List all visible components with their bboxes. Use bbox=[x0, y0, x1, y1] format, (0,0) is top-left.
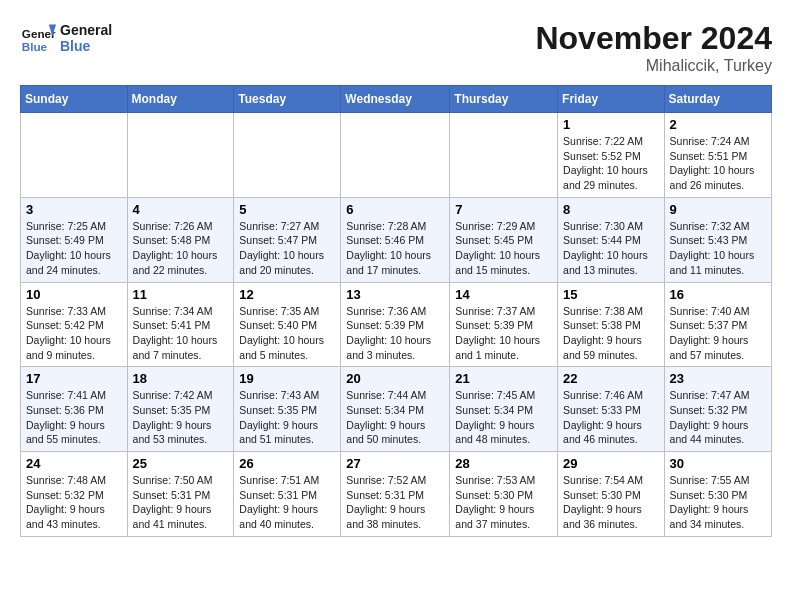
day-sunset: Sunset: 5:32 PM bbox=[26, 488, 122, 503]
calendar-day: 30 Sunrise: 7:55 AM Sunset: 5:30 PM Dayl… bbox=[664, 452, 771, 537]
day-daylight: Daylight: 9 hours and 41 minutes. bbox=[133, 502, 229, 531]
day-number: 19 bbox=[239, 371, 335, 386]
header-wednesday: Wednesday bbox=[341, 86, 450, 113]
day-daylight: Daylight: 10 hours and 22 minutes. bbox=[133, 248, 229, 277]
header-tuesday: Tuesday bbox=[234, 86, 341, 113]
day-daylight: Daylight: 9 hours and 57 minutes. bbox=[670, 333, 766, 362]
calendar-day bbox=[234, 113, 341, 198]
day-number: 28 bbox=[455, 456, 552, 471]
day-sunset: Sunset: 5:47 PM bbox=[239, 233, 335, 248]
calendar-day: 12 Sunrise: 7:35 AM Sunset: 5:40 PM Dayl… bbox=[234, 282, 341, 367]
day-number: 13 bbox=[346, 287, 444, 302]
day-sunset: Sunset: 5:33 PM bbox=[563, 403, 659, 418]
calendar-day: 22 Sunrise: 7:46 AM Sunset: 5:33 PM Dayl… bbox=[558, 367, 665, 452]
header-sunday: Sunday bbox=[21, 86, 128, 113]
day-sunset: Sunset: 5:44 PM bbox=[563, 233, 659, 248]
title-block: November 2024 Mihaliccik, Turkey bbox=[535, 20, 772, 75]
day-number: 24 bbox=[26, 456, 122, 471]
day-sunrise: Sunrise: 7:35 AM bbox=[239, 304, 335, 319]
calendar-day: 6 Sunrise: 7:28 AM Sunset: 5:46 PM Dayli… bbox=[341, 197, 450, 282]
day-number: 8 bbox=[563, 202, 659, 217]
logo: General Blue General Blue bbox=[20, 20, 112, 56]
day-daylight: Daylight: 9 hours and 48 minutes. bbox=[455, 418, 552, 447]
day-number: 23 bbox=[670, 371, 766, 386]
calendar-day bbox=[450, 113, 558, 198]
day-number: 17 bbox=[26, 371, 122, 386]
calendar-week-4: 17 Sunrise: 7:41 AM Sunset: 5:36 PM Dayl… bbox=[21, 367, 772, 452]
day-sunset: Sunset: 5:39 PM bbox=[346, 318, 444, 333]
day-sunrise: Sunrise: 7:43 AM bbox=[239, 388, 335, 403]
calendar-day: 29 Sunrise: 7:54 AM Sunset: 5:30 PM Dayl… bbox=[558, 452, 665, 537]
day-sunrise: Sunrise: 7:51 AM bbox=[239, 473, 335, 488]
calendar-week-3: 10 Sunrise: 7:33 AM Sunset: 5:42 PM Dayl… bbox=[21, 282, 772, 367]
day-sunrise: Sunrise: 7:44 AM bbox=[346, 388, 444, 403]
location: Mihaliccik, Turkey bbox=[535, 57, 772, 75]
day-daylight: Daylight: 9 hours and 55 minutes. bbox=[26, 418, 122, 447]
day-number: 1 bbox=[563, 117, 659, 132]
day-sunrise: Sunrise: 7:26 AM bbox=[133, 219, 229, 234]
calendar-day: 5 Sunrise: 7:27 AM Sunset: 5:47 PM Dayli… bbox=[234, 197, 341, 282]
calendar-day: 9 Sunrise: 7:32 AM Sunset: 5:43 PM Dayli… bbox=[664, 197, 771, 282]
day-sunset: Sunset: 5:42 PM bbox=[26, 318, 122, 333]
day-daylight: Daylight: 9 hours and 38 minutes. bbox=[346, 502, 444, 531]
day-sunrise: Sunrise: 7:45 AM bbox=[455, 388, 552, 403]
day-sunset: Sunset: 5:41 PM bbox=[133, 318, 229, 333]
logo-general-text: General bbox=[60, 22, 112, 38]
calendar-day: 7 Sunrise: 7:29 AM Sunset: 5:45 PM Dayli… bbox=[450, 197, 558, 282]
calendar-day: 23 Sunrise: 7:47 AM Sunset: 5:32 PM Dayl… bbox=[664, 367, 771, 452]
calendar-day: 18 Sunrise: 7:42 AM Sunset: 5:35 PM Dayl… bbox=[127, 367, 234, 452]
day-sunset: Sunset: 5:36 PM bbox=[26, 403, 122, 418]
day-sunset: Sunset: 5:32 PM bbox=[670, 403, 766, 418]
day-daylight: Daylight: 9 hours and 46 minutes. bbox=[563, 418, 659, 447]
day-number: 15 bbox=[563, 287, 659, 302]
day-number: 29 bbox=[563, 456, 659, 471]
day-sunrise: Sunrise: 7:33 AM bbox=[26, 304, 122, 319]
day-sunset: Sunset: 5:35 PM bbox=[133, 403, 229, 418]
day-sunrise: Sunrise: 7:50 AM bbox=[133, 473, 229, 488]
calendar-day: 26 Sunrise: 7:51 AM Sunset: 5:31 PM Dayl… bbox=[234, 452, 341, 537]
day-sunset: Sunset: 5:30 PM bbox=[670, 488, 766, 503]
calendar-day: 8 Sunrise: 7:30 AM Sunset: 5:44 PM Dayli… bbox=[558, 197, 665, 282]
day-daylight: Daylight: 10 hours and 17 minutes. bbox=[346, 248, 444, 277]
header-saturday: Saturday bbox=[664, 86, 771, 113]
day-sunrise: Sunrise: 7:36 AM bbox=[346, 304, 444, 319]
day-sunset: Sunset: 5:39 PM bbox=[455, 318, 552, 333]
day-sunset: Sunset: 5:45 PM bbox=[455, 233, 552, 248]
day-daylight: Daylight: 10 hours and 11 minutes. bbox=[670, 248, 766, 277]
day-daylight: Daylight: 9 hours and 59 minutes. bbox=[563, 333, 659, 362]
logo-blue-text: Blue bbox=[60, 38, 112, 54]
calendar-day: 24 Sunrise: 7:48 AM Sunset: 5:32 PM Dayl… bbox=[21, 452, 128, 537]
day-daylight: Daylight: 9 hours and 43 minutes. bbox=[26, 502, 122, 531]
calendar-day bbox=[341, 113, 450, 198]
day-daylight: Daylight: 9 hours and 53 minutes. bbox=[133, 418, 229, 447]
calendar-day: 4 Sunrise: 7:26 AM Sunset: 5:48 PM Dayli… bbox=[127, 197, 234, 282]
day-daylight: Daylight: 10 hours and 13 minutes. bbox=[563, 248, 659, 277]
day-number: 20 bbox=[346, 371, 444, 386]
day-number: 26 bbox=[239, 456, 335, 471]
svg-text:Blue: Blue bbox=[22, 40, 48, 53]
day-number: 6 bbox=[346, 202, 444, 217]
day-daylight: Daylight: 10 hours and 9 minutes. bbox=[26, 333, 122, 362]
day-number: 4 bbox=[133, 202, 229, 217]
day-daylight: Daylight: 10 hours and 15 minutes. bbox=[455, 248, 552, 277]
page-header: General Blue General Blue November 2024 … bbox=[20, 20, 772, 75]
day-daylight: Daylight: 9 hours and 37 minutes. bbox=[455, 502, 552, 531]
day-sunset: Sunset: 5:48 PM bbox=[133, 233, 229, 248]
header-monday: Monday bbox=[127, 86, 234, 113]
day-daylight: Daylight: 9 hours and 40 minutes. bbox=[239, 502, 335, 531]
day-number: 30 bbox=[670, 456, 766, 471]
day-sunset: Sunset: 5:46 PM bbox=[346, 233, 444, 248]
day-sunrise: Sunrise: 7:25 AM bbox=[26, 219, 122, 234]
calendar-day: 27 Sunrise: 7:52 AM Sunset: 5:31 PM Dayl… bbox=[341, 452, 450, 537]
day-sunset: Sunset: 5:31 PM bbox=[346, 488, 444, 503]
day-sunrise: Sunrise: 7:32 AM bbox=[670, 219, 766, 234]
day-sunrise: Sunrise: 7:24 AM bbox=[670, 134, 766, 149]
day-daylight: Daylight: 10 hours and 3 minutes. bbox=[346, 333, 444, 362]
day-number: 21 bbox=[455, 371, 552, 386]
day-sunset: Sunset: 5:52 PM bbox=[563, 149, 659, 164]
day-number: 2 bbox=[670, 117, 766, 132]
day-daylight: Daylight: 9 hours and 36 minutes. bbox=[563, 502, 659, 531]
calendar-week-1: 1 Sunrise: 7:22 AM Sunset: 5:52 PM Dayli… bbox=[21, 113, 772, 198]
day-daylight: Daylight: 10 hours and 1 minute. bbox=[455, 333, 552, 362]
day-sunrise: Sunrise: 7:48 AM bbox=[26, 473, 122, 488]
